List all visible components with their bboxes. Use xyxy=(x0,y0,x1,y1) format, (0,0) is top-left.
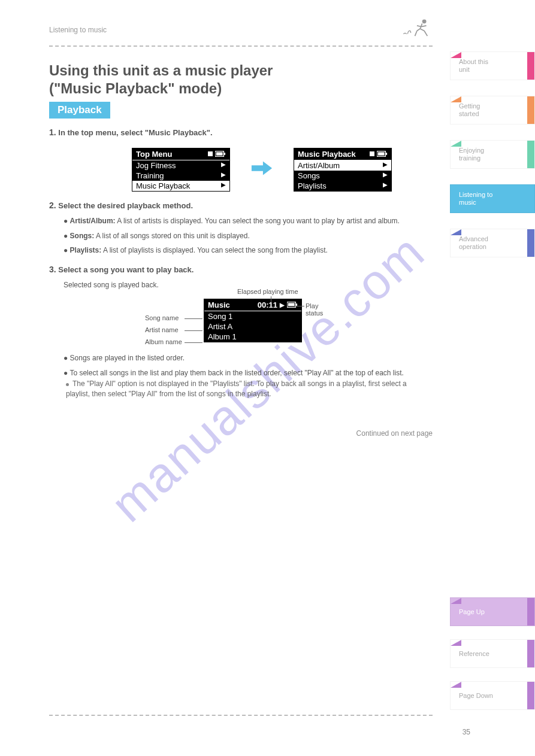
continued-label: Continued on next page xyxy=(49,429,433,438)
step-3: 3. Select a song you want to play back. xyxy=(49,264,433,275)
step-1-text: In the top menu, select "Music Playback"… xyxy=(58,128,212,137)
svg-point-0 xyxy=(423,20,426,23)
arrow-right-icon xyxy=(250,160,273,178)
step-1: 1. In the top menu, select "Music Playba… xyxy=(49,127,433,138)
main-content: Listening to music Using this unit as a … xyxy=(49,18,433,438)
battery-icon xyxy=(370,151,388,157)
ss-music-artist: Artist A xyxy=(208,322,232,331)
svg-rect-3 xyxy=(223,153,225,156)
chevron-right-icon: ▶ xyxy=(383,161,388,170)
runner-icon xyxy=(401,18,433,42)
step-2-text: Select the desired playback method. xyxy=(58,201,193,210)
ss-music-title: Music xyxy=(208,300,230,309)
ss-row-text: Jog Fitness xyxy=(136,161,176,170)
side-tabs-bottom: Page Up Reference Page Down xyxy=(450,597,535,710)
ss-music-song: Song 1 xyxy=(208,312,232,321)
divider-bottom xyxy=(49,715,433,716)
step-3-number: 3. xyxy=(49,265,56,274)
chevron-right-icon: ▶ xyxy=(221,181,226,190)
step-2-bullet-1: ● Artist/Album: A list of artists is dis… xyxy=(64,216,433,226)
side-tabs-top: About this unit Getting started Enjoying… xyxy=(450,51,535,257)
ss-row-text: Training xyxy=(136,171,164,180)
screenshot-top-menu: Top Menu Jog Fitness▶ Training▶ Music Pl… xyxy=(132,148,230,192)
step-3-line1: Select a song you want to play back. xyxy=(58,265,194,274)
tab-getting-started[interactable]: Getting started xyxy=(450,96,535,125)
divider-top xyxy=(49,45,433,47)
screenshots-row: Top Menu Jog Fitness▶ Training▶ Music Pl… xyxy=(132,148,433,192)
ss-row-text: Playlists xyxy=(298,181,327,190)
step-3-note-2: ● To select all songs in the list and pl… xyxy=(64,368,433,378)
ss-top-menu-title: Top Menu xyxy=(136,150,172,159)
tab-advanced-operation[interactable]: Advanced operation xyxy=(450,229,535,257)
ss-row-text: Artist/Album xyxy=(298,161,340,170)
section-header: Listening to music xyxy=(49,26,107,34)
step-1-number: 1. xyxy=(49,127,56,137)
step-3-note-1: ● Songs are played in the listed order. xyxy=(64,353,433,363)
step-2-number: 2. xyxy=(49,201,56,210)
page-title-line2: ("Music Playback" mode) xyxy=(49,80,433,97)
step-2-bullet-2: ● Songs: A list of all songs stored on t… xyxy=(64,231,433,241)
pointer-elapsed: Elapsed playing time xyxy=(237,288,298,295)
svg-rect-5 xyxy=(378,153,385,156)
tab-page-down[interactable]: Page Down xyxy=(450,681,535,710)
pointer-artist-name: Artist name xyxy=(145,326,179,333)
tab-page-up[interactable]: Page Up xyxy=(450,597,535,626)
step-2: 2. Select the desired playback method. xyxy=(49,200,433,211)
svg-rect-2 xyxy=(216,153,223,156)
status-icons: 00:11 ▶ xyxy=(258,300,298,309)
svg-rect-6 xyxy=(385,153,387,156)
play-icon: ▶ xyxy=(280,302,285,308)
chevron-right-icon: ▶ xyxy=(221,161,226,170)
ss-music-playback-title: Music Playback xyxy=(298,150,356,159)
chevron-right-icon: ▶ xyxy=(221,171,226,180)
tab-enjoying-training[interactable]: Enjoying training xyxy=(450,140,535,169)
screenshot-music-playing: Song name Artist name Album name Elapsed… xyxy=(204,299,324,342)
page-title-line1: Using this unit as a music player xyxy=(49,62,433,79)
elapsed-time: 00:11 xyxy=(258,300,277,309)
ss-row-text: Songs xyxy=(298,171,320,180)
pointer-song-name: Song name xyxy=(145,314,179,321)
tab-listening-music[interactable]: Listening to music xyxy=(450,184,535,213)
ss-music-album: Album 1 xyxy=(208,332,237,341)
chevron-right-icon: ▶ xyxy=(383,171,388,180)
battery-icon xyxy=(208,151,226,157)
tab-about[interactable]: About this unit xyxy=(450,51,535,80)
page-number: 35 xyxy=(463,728,470,736)
pointer-album-name: Album name xyxy=(145,338,182,345)
tab-reference[interactable]: Reference xyxy=(450,639,535,668)
step-3-note-2-sub: The "Play All" option is not displayed i… xyxy=(66,379,433,399)
section-label-playback: Playback xyxy=(49,102,110,119)
chevron-right-icon: ▶ xyxy=(383,181,388,190)
step-2-bullet-3: ● Playlists: A list of playlists is disp… xyxy=(64,245,433,256)
screenshot-music-playback: Music Playback Artist/Album▶ Songs▶ Play… xyxy=(294,148,392,192)
ss-row-text: Music Playback xyxy=(136,181,190,190)
pointer-play-status: Play status xyxy=(306,302,324,317)
